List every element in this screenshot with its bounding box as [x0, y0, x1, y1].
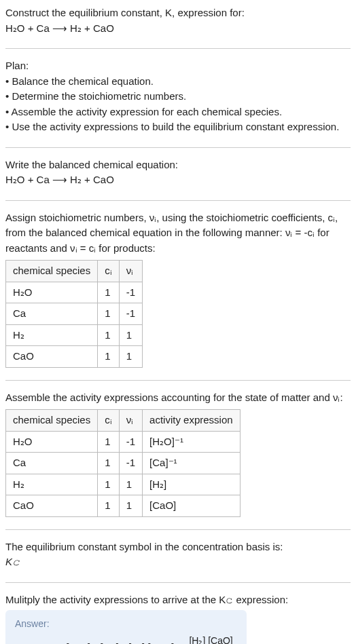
table-header-row: chemical species cᵢ νᵢ — [6, 261, 143, 282]
table-row: Ca 1 -1 [Ca]⁻¹ — [6, 453, 241, 474]
table-cell: -1 — [119, 431, 142, 453]
activity-table: chemical species cᵢ νᵢ activity expressi… — [5, 409, 241, 517]
stoich-intro: Assign stoichiometric numbers, νᵢ, using… — [5, 210, 351, 257]
divider — [5, 48, 351, 49]
stoich-table: chemical species cᵢ νᵢ H₂O 1 -1 Ca 1 -1 … — [5, 260, 143, 368]
table-header: νᵢ — [119, 410, 142, 432]
table-cell: 1 — [119, 346, 142, 368]
symbol-section: The equilibrium constant symbol in the c… — [5, 539, 351, 570]
activity-intro: Assemble the activity expressions accoun… — [5, 390, 351, 406]
table-cell: 1 — [98, 282, 120, 303]
table-cell: H₂ — [6, 474, 98, 495]
divider — [5, 582, 351, 583]
table-row: CaO 1 1 [CaO] — [6, 495, 241, 517]
table-row: H₂ 1 1 [H₂] — [6, 474, 241, 495]
table-header: activity expression — [143, 410, 241, 432]
table-cell: 1 — [119, 495, 142, 517]
table-header: cᵢ — [98, 410, 120, 432]
plan-title: Plan: — [5, 58, 351, 74]
intro-line1: Construct the equilibrium constant, K, e… — [5, 5, 351, 21]
table-cell: H₂ — [6, 324, 98, 346]
table-cell: 1 — [98, 346, 120, 368]
table-header-row: chemical species cᵢ νᵢ activity expressi… — [6, 410, 241, 432]
table-cell: 1 — [98, 303, 120, 325]
table-header: νᵢ — [119, 261, 142, 282]
table-cell: H₂O — [6, 431, 98, 453]
balanced-equation: H₂O + Ca ⟶ H₂ + CaO — [5, 172, 351, 188]
table-row: CaO 1 1 — [6, 346, 143, 368]
table-cell: Ca — [6, 303, 98, 325]
table-cell: H₂O — [6, 282, 98, 303]
table-header: chemical species — [6, 261, 98, 282]
table-cell: [Ca]⁻¹ — [143, 453, 241, 474]
table-cell: [CaO] — [143, 495, 241, 517]
table-row: Ca 1 -1 — [6, 303, 143, 325]
balanced-section: Write the balanced chemical equation: H₂… — [5, 157, 351, 188]
table-cell: 1 — [98, 431, 120, 453]
divider — [5, 147, 351, 148]
table-cell: CaO — [6, 495, 98, 517]
table-header: cᵢ — [98, 261, 120, 282]
final-section: Mulitply the activity expressions to arr… — [5, 592, 351, 645]
answer-box: Answer: K𝚌 = [H₂O]⁻¹ [Ca]⁻¹ [H₂] [CaO] =… — [5, 610, 247, 644]
table-cell: 1 — [119, 324, 142, 346]
symbol-text: The equilibrium constant symbol in the c… — [5, 539, 351, 555]
divider — [5, 380, 351, 381]
table-cell: [H₂] — [143, 474, 241, 495]
table-cell: Ca — [6, 453, 98, 474]
plan-list: Balance the chemical equation. Determine… — [5, 74, 351, 135]
balanced-title: Write the balanced chemical equation: — [5, 157, 351, 173]
intro-section: Construct the equilibrium constant, K, e… — [5, 5, 351, 36]
kc-symbol: K𝚌 — [5, 554, 351, 570]
intro-equation: H₂O + Ca ⟶ H₂ + CaO — [5, 21, 351, 37]
stoich-section: Assign stoichiometric numbers, νᵢ, using… — [5, 210, 351, 368]
answer-fraction: [H₂] [CaO] [H₂O] [Ca] — [185, 634, 236, 644]
plan-item: Use the activity expressions to build th… — [5, 119, 351, 135]
answer-body: K𝚌 = [H₂O]⁻¹ [Ca]⁻¹ [H₂] [CaO] = [H₂] [C… — [15, 634, 237, 644]
table-cell: 1 — [98, 453, 120, 474]
final-intro: Mulitply the activity expressions to arr… — [5, 592, 351, 608]
table-cell: -1 — [119, 303, 142, 325]
divider — [5, 529, 351, 530]
table-cell: -1 — [119, 282, 142, 303]
table-row: H₂O 1 -1 — [6, 282, 143, 303]
plan-section: Plan: Balance the chemical equation. Det… — [5, 58, 351, 135]
table-cell: 1 — [98, 324, 120, 346]
table-header: chemical species — [6, 410, 98, 432]
answer-lhs: K𝚌 = [H₂O]⁻¹ [Ca]⁻¹ [H₂] [CaO] = — [39, 641, 185, 644]
answer-label: Answer: — [15, 617, 237, 631]
plan-item: Assemble the activity expression for eac… — [5, 105, 351, 120]
table-cell: [H₂O]⁻¹ — [143, 431, 241, 453]
table-cell: 1 — [119, 474, 142, 495]
fraction-numerator: [H₂] [CaO] — [186, 634, 235, 644]
activity-section: Assemble the activity expressions accoun… — [5, 390, 351, 517]
table-cell: CaO — [6, 346, 98, 368]
table-row: H₂O 1 -1 [H₂O]⁻¹ — [6, 431, 241, 453]
table-cell: 1 — [98, 474, 120, 495]
plan-item: Balance the chemical equation. — [5, 74, 351, 90]
divider — [5, 200, 351, 201]
table-cell: -1 — [119, 453, 142, 474]
table-row: H₂ 1 1 — [6, 324, 143, 346]
plan-item: Determine the stoichiometric numbers. — [5, 89, 351, 105]
table-cell: 1 — [98, 495, 120, 517]
